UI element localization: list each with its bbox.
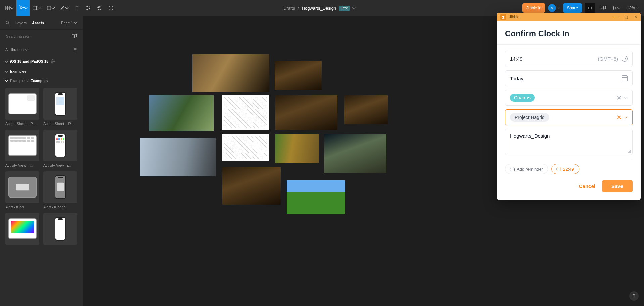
project-field[interactable]: Project Hagrid — [505, 109, 633, 125]
asset-item[interactable]: Activity View - i... — [43, 130, 77, 167]
comment-tool[interactable] — [106, 0, 117, 16]
canvas-image[interactable] — [140, 138, 216, 176]
breadcrumb: Drafts / Hogwarts_Design Free — [283, 6, 355, 11]
close-icon[interactable]: ✕ — [634, 15, 637, 19]
svg-rect-2 — [6, 8, 7, 10]
calendar-icon — [622, 75, 628, 81]
next-time-chip[interactable]: 22:49 — [551, 164, 579, 174]
avatar[interactable]: N — [548, 4, 556, 12]
canvas-image[interactable] — [149, 95, 214, 131]
section-parent-label: Examples — [10, 69, 26, 73]
section-child-prefix: Examples / — [10, 79, 28, 83]
asset-label: Alert - iPad — [5, 205, 39, 209]
library-icon[interactable] — [598, 3, 609, 13]
frame-tool[interactable] — [30, 0, 43, 16]
canvas-image[interactable] — [275, 95, 337, 130]
asset-search-row — [0, 30, 83, 43]
plan-badge[interactable]: Free — [339, 6, 350, 11]
canvas-image[interactable] — [222, 134, 269, 161]
left-panel: Layers Assets Page 1 All libraries iOS 1… — [0, 16, 83, 306]
tab-assets[interactable]: Assets — [32, 21, 44, 25]
breadcrumb-filename[interactable]: Hogwarts_Design — [302, 6, 336, 11]
jibble-actions: Cancel Save — [505, 180, 633, 200]
asset-item[interactable]: Action Sheet - iP... — [43, 88, 77, 126]
chevron-down-icon — [66, 7, 69, 10]
canvas-image[interactable] — [222, 95, 269, 130]
section-examples-parent[interactable]: Examples — [0, 67, 83, 76]
clock-icon — [556, 167, 561, 171]
svg-rect-1 — [8, 6, 10, 8]
asset-item[interactable]: Action Sheet - iP... — [5, 88, 39, 126]
asset-item[interactable] — [43, 213, 77, 247]
cancel-button[interactable]: Cancel — [579, 183, 595, 189]
chevron-down-icon[interactable] — [625, 116, 628, 119]
share-button[interactable]: Share — [563, 3, 582, 13]
note-field[interactable]: Hogwarts_Design — [505, 129, 633, 155]
activity-tag[interactable]: Charms — [510, 94, 535, 102]
canvas-image[interactable] — [344, 95, 388, 124]
chevron-down-icon — [38, 7, 41, 10]
canvas-image[interactable] — [275, 134, 319, 163]
jibble-titlebar[interactable]: ⧗ Jibble — ▢ ✕ — [497, 13, 641, 21]
canvas-image[interactable] — [287, 180, 345, 214]
jibble-panel: ⧗ Jibble — ▢ ✕ Confirm Clock In 14:49 (G… — [497, 13, 641, 200]
chevron-down-icon[interactable] — [557, 7, 560, 10]
breadcrumb-root[interactable]: Drafts — [283, 6, 295, 11]
asset-item[interactable]: Alert - iPad — [5, 171, 39, 209]
dev-mode-button[interactable] — [585, 3, 595, 13]
note-value: Hogwarts_Design — [510, 133, 550, 139]
section-kit[interactable]: iOS 18 and iPadOS 18 — [0, 56, 83, 67]
shape-tool[interactable] — [44, 0, 57, 16]
canvas-image[interactable] — [275, 61, 322, 90]
clear-icon[interactable] — [616, 115, 621, 120]
canvas-image[interactable] — [324, 134, 386, 173]
resize-handle[interactable] — [627, 149, 631, 153]
asset-item[interactable]: Alert - iPhone — [43, 171, 77, 209]
main-menu-button[interactable] — [3, 0, 16, 16]
zoom-control[interactable]: 13% — [625, 3, 641, 13]
minimize-icon[interactable]: — — [614, 15, 618, 19]
jibble-body: Confirm Clock In 14:49 (GMT+8) Today Cha… — [497, 21, 641, 200]
asset-label: Action Sheet - iP... — [5, 122, 39, 126]
jibble-in-button[interactable]: Jibble in — [522, 3, 545, 13]
maximize-icon[interactable]: ▢ — [624, 15, 628, 19]
date-field[interactable]: Today — [505, 70, 633, 86]
timezone-label: (GMT+8) — [598, 56, 618, 62]
tab-layers[interactable]: Layers — [15, 21, 27, 25]
save-button[interactable]: Save — [602, 180, 633, 192]
time-field[interactable]: 14:49 (GMT+8) — [505, 51, 633, 67]
text-tool[interactable] — [72, 0, 82, 16]
canvas-image[interactable] — [222, 167, 281, 205]
page-selector[interactable]: Page 1 — [61, 21, 77, 25]
asset-search-input[interactable] — [5, 34, 68, 39]
chevron-down-icon — [5, 60, 8, 63]
help-button[interactable]: ? — [629, 291, 639, 301]
pen-tool[interactable] — [58, 0, 71, 16]
svg-rect-4 — [47, 6, 51, 10]
activity-field[interactable]: Charms — [505, 90, 633, 106]
globe-icon — [50, 59, 55, 64]
page-label: Page 1 — [61, 21, 73, 25]
library-icon[interactable] — [71, 33, 77, 39]
asset-item[interactable]: Activity View - i... — [5, 130, 39, 167]
asset-item[interactable] — [5, 213, 39, 247]
list-view-icon[interactable] — [72, 47, 77, 52]
add-reminder-chip[interactable]: Add reminder — [505, 164, 548, 174]
svg-point-8 — [6, 21, 8, 24]
project-tag[interactable]: Project Hagrid — [510, 113, 549, 122]
chevron-down-icon[interactable] — [625, 96, 628, 99]
chevron-down-icon — [52, 7, 55, 10]
libraries-dropdown[interactable]: All libraries — [0, 43, 83, 56]
search-icon[interactable] — [5, 20, 10, 25]
jibble-app-icon: ⧗ — [500, 14, 506, 20]
section-examples-child[interactable]: Examples / Examples — [0, 76, 83, 85]
chevron-down-icon — [5, 79, 8, 82]
clear-icon[interactable] — [616, 95, 621, 100]
move-tool[interactable] — [16, 0, 30, 16]
resources-tool[interactable] — [83, 0, 94, 16]
panel-tabs: Layers Assets Page 1 — [0, 16, 83, 30]
hand-tool[interactable] — [94, 0, 105, 16]
chevron-down-icon[interactable] — [353, 7, 356, 10]
canvas-image[interactable] — [192, 54, 269, 92]
present-button[interactable] — [611, 3, 622, 13]
